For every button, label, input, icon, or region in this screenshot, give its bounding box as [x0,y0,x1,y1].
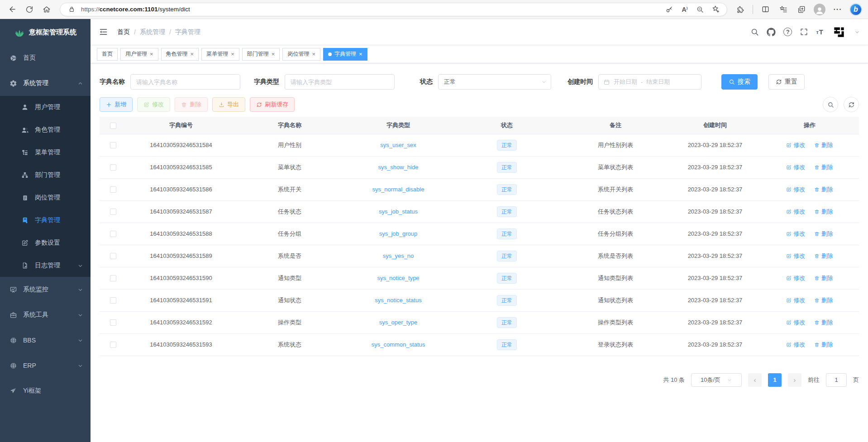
tab-roles[interactable]: 角色管理 [161,48,199,61]
dict-type-link[interactable]: sys_notice_status [375,297,421,304]
row-edit-link[interactable]: 修改 [786,274,805,282]
sidebar-item-system[interactable]: 系统管理 [0,71,91,96]
sidebar-item-menus[interactable]: 菜单管理 [0,141,91,164]
goto-page-input[interactable] [826,373,847,387]
browser-reload-button[interactable] [22,3,37,16]
row-checkbox[interactable] [110,342,116,348]
edit-button-disabled[interactable]: 修改 [137,97,170,112]
sidebar-item-bbs[interactable]: BBS [0,328,91,353]
row-edit-link[interactable]: 修改 [786,341,805,349]
help-icon[interactable]: ? [783,28,792,36]
row-edit-link[interactable]: 修改 [786,230,805,238]
browser-back-button[interactable] [5,3,20,16]
user-logo-avatar[interactable] [831,25,847,39]
sidebar-item-params[interactable]: 参数设置 [0,232,91,254]
fullscreen-icon[interactable] [800,28,808,36]
sidebar-item-logs[interactable]: 日志管理 [0,254,91,277]
row-delete-link[interactable]: 删除 [814,141,833,149]
dict-type-input[interactable] [285,74,395,90]
row-checkbox[interactable] [110,275,116,281]
tab-home[interactable]: 首页 [97,48,118,61]
row-edit-link[interactable]: 修改 [786,163,805,171]
lock-icon[interactable] [66,5,77,13]
dict-type-link[interactable]: sys_normal_disable [372,186,424,193]
address-bar[interactable]: https://ccnetcore.com:1101/system/dict A… [60,3,727,16]
row-edit-link[interactable]: 修改 [786,185,805,194]
row-checkbox[interactable] [110,297,116,304]
row-delete-link[interactable]: 删除 [814,318,833,327]
close-icon[interactable] [150,51,153,57]
row-delete-link[interactable]: 删除 [814,185,833,194]
breadcrumb-home[interactable]: 首页 [117,28,130,36]
sidebar-item-erp[interactable]: ERP [0,353,91,378]
sidebar-item-departments[interactable]: 部门管理 [0,164,91,186]
row-checkbox[interactable] [110,164,116,171]
select-all-checkbox[interactable] [110,123,116,129]
dict-type-link[interactable]: sys_user_sex [380,142,416,148]
sidebar-fold-icon[interactable] [97,25,110,38]
github-icon[interactable] [767,28,776,37]
row-edit-link[interactable]: 修改 [786,252,805,260]
row-checkbox[interactable] [110,209,116,215]
sidebar-item-yi[interactable]: Yi框架 [0,378,91,404]
favorites-bar-icon[interactable] [776,3,791,16]
tab-menus[interactable]: 菜单管理 [201,48,239,61]
tab-departments[interactable]: 部门管理 [242,48,280,61]
next-page-button[interactable] [788,373,801,387]
row-checkbox[interactable] [110,231,116,237]
extensions-icon[interactable] [733,3,748,16]
breadcrumb-system[interactable]: 系统管理 [140,28,165,36]
close-icon[interactable] [231,51,234,57]
sidebar-item-tools[interactable]: 系统工具 [0,302,91,328]
row-checkbox[interactable] [110,253,116,259]
dict-type-link[interactable]: sys_notice_type [377,275,419,281]
close-icon[interactable] [359,51,362,57]
toggle-search-button[interactable] [823,97,838,112]
delete-button-disabled[interactable]: 删除 [175,97,208,112]
add-favorite-icon[interactable] [710,5,721,14]
tab-dict-active[interactable]: 字典管理 [323,48,367,61]
row-delete-link[interactable]: 删除 [814,208,833,216]
date-range-picker[interactable]: 开始日期 - 结束日期 [598,74,701,90]
split-screen-icon[interactable] [758,3,773,16]
row-edit-link[interactable]: 修改 [786,208,805,216]
sidebar-item-home[interactable]: 首页 [0,45,91,71]
sidebar-item-dict[interactable]: 字典管理 [0,209,91,232]
page-size-select[interactable]: 10条/页 [691,373,742,387]
password-key-icon[interactable] [663,5,675,14]
row-delete-link[interactable]: 删除 [814,252,833,260]
row-delete-link[interactable]: 删除 [814,274,833,282]
row-edit-link[interactable]: 修改 [786,296,805,304]
collections-icon[interactable] [794,3,809,16]
export-button[interactable]: 导出 [212,97,245,112]
tab-users[interactable]: 用户管理 [120,48,158,61]
dict-type-link[interactable]: sys_job_status [379,208,418,215]
zoom-out-icon[interactable] [694,5,706,14]
tab-posts[interactable]: 岗位管理 [282,48,320,61]
sidebar-item-roles[interactable]: 角色管理 [0,119,91,141]
row-checkbox[interactable] [110,319,116,326]
dict-type-link[interactable]: sys_common_status [372,341,425,348]
read-aloud-icon[interactable]: A) [679,6,691,13]
bing-chat-icon[interactable]: b [848,3,863,16]
profile-avatar[interactable] [812,3,827,16]
close-icon[interactable] [312,51,315,57]
row-edit-link[interactable]: 修改 [786,141,805,149]
font-size-icon[interactable]: тT [816,28,824,36]
current-page-button[interactable]: 1 [768,373,782,387]
status-select[interactable] [438,74,551,90]
row-delete-link[interactable]: 删除 [814,341,833,349]
row-checkbox[interactable] [110,142,116,148]
dict-type-link[interactable]: sys_oper_type [379,319,418,326]
row-edit-link[interactable]: 修改 [786,318,805,327]
more-menu-icon[interactable]: ··· [830,3,845,16]
row-delete-link[interactable]: 删除 [814,163,833,171]
user-caret-down-icon[interactable] [854,29,860,35]
close-icon[interactable] [272,51,275,57]
header-search-icon[interactable] [750,28,759,36]
close-icon[interactable] [191,51,194,57]
row-delete-link[interactable]: 删除 [814,230,833,238]
dict-name-input[interactable] [130,74,240,90]
browser-home-button[interactable] [39,3,54,16]
search-button[interactable]: 搜索 [721,74,758,90]
